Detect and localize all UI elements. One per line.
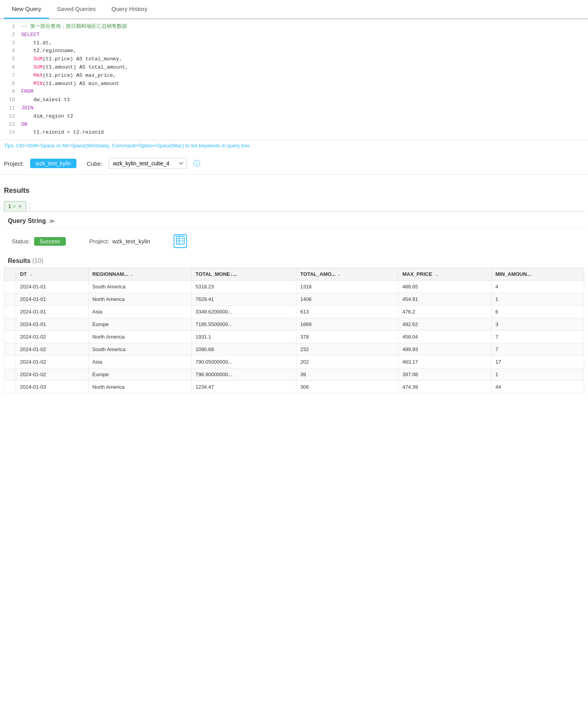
col-header-row-num: [4, 268, 16, 281]
status-label: Status:: [12, 238, 30, 245]
cell-max-price: 397.08: [398, 368, 491, 381]
col-header-total-amount[interactable]: TOTAL_AMO...⌄: [296, 268, 398, 281]
cell-regionname: South America: [88, 281, 191, 293]
table-row: 2024-01-01 Asia 3349.6200000... 613 476.…: [4, 306, 584, 318]
cell-dt: 2024-01-03: [16, 381, 89, 393]
tab-saved-queries[interactable]: Saved Queries: [49, 0, 103, 19]
cell-total-money: 1931.1: [191, 331, 296, 343]
code-line-14: 14 t1.reionid = t2.reionid: [0, 129, 588, 137]
cell-total-amount: 306: [296, 381, 398, 393]
results-tabs: 1 ✓ ✕: [4, 199, 584, 212]
col-header-regionname[interactable]: REGIONNAM...⌄: [88, 268, 191, 281]
tab-bar: New Query Saved Queries Query History: [0, 0, 588, 19]
cell-dt: 2024-01-01: [16, 281, 89, 293]
cell-dt: 2024-01-01: [16, 306, 89, 318]
collapse-icon[interactable]: ≫: [49, 218, 55, 224]
cell-max-price: 499.93: [398, 343, 491, 356]
cell-regionname: Europe: [88, 368, 191, 381]
code-line-1: 1 -- 第一部分查询：按日期和地区汇总销售数据: [0, 23, 588, 31]
code-line-6: 6 SUM(t1.amount) AS total_amount,: [0, 63, 588, 72]
table-row: 2024-01-02 South America 1090.68 232 499…: [4, 343, 584, 356]
cell-regionname: North America: [88, 331, 191, 343]
cell-regionname: North America: [88, 293, 191, 306]
cell-total-money: 5318.23: [191, 281, 296, 293]
results-title: Results: [4, 187, 584, 195]
results-section: Results 1 ✓ ✕ Query String ≫ Status: Suc…: [0, 187, 588, 393]
row-num-cell: [4, 343, 16, 356]
cell-min-amount: 3: [491, 318, 584, 331]
cell-min-amount: 17: [491, 356, 584, 368]
cube-select[interactable]: wzk_kylin_test_cube_4: [109, 158, 187, 169]
cell-min-amount: 44: [491, 381, 584, 393]
cell-max-price: 463.17: [398, 356, 491, 368]
cell-min-amount: 1: [491, 368, 584, 381]
data-table: DT ⌄ REGIONNAM...⌄ TOTAL_MONE↓... TOTAL_…: [4, 268, 584, 393]
table-row: 2024-01-01 South America 5318.23 1318 48…: [4, 281, 584, 293]
row-num-cell: [4, 281, 16, 293]
code-line-8: 8 MIN(t1.amount) AS min_amount: [0, 80, 588, 88]
info-icon[interactable]: ⓘ: [193, 159, 200, 168]
cell-total-amount: 1406: [296, 293, 398, 306]
project-result-value: wzk_test_kylin: [112, 238, 150, 245]
code-line-11: 11 JOIN: [0, 104, 588, 112]
cell-max-price: 474.39: [398, 381, 491, 393]
table-row: 2024-01-02 North America 1931.1 378 458.…: [4, 331, 584, 343]
cell-total-money: 1234.47: [191, 381, 296, 393]
code-line-2: 2 SELECT: [0, 31, 588, 39]
table-row: 2024-01-02 Europe 796.90000000... 39 397…: [4, 368, 584, 381]
tabs-container: New Query Saved Queries Query History: [0, 0, 588, 20]
cell-dt: 2024-01-02: [16, 331, 89, 343]
result-tab-num: 1: [8, 203, 11, 209]
code-line-13: 13 ON: [0, 121, 588, 129]
row-num-cell: [4, 331, 16, 343]
cell-max-price: 458.04: [398, 331, 491, 343]
project-info-group: Project: wzk_test_kylin: [89, 238, 151, 245]
cell-regionname: Europe: [88, 318, 191, 331]
cube-label: Cube:: [87, 160, 102, 167]
col-header-min-amount[interactable]: MIN_AMOUN...: [491, 268, 584, 281]
close-tab-icon[interactable]: ✕: [18, 204, 22, 209]
project-value-badge: wzk_test_kylin: [30, 159, 76, 168]
cell-dt: 2024-01-01: [16, 318, 89, 331]
query-string-bar: Query String ≫: [4, 212, 584, 229]
check-icon: ✓: [13, 204, 16, 209]
cell-min-amount: 1: [491, 293, 584, 306]
cell-regionname: South America: [88, 343, 191, 356]
query-string-title: Query String: [8, 217, 46, 225]
code-line-3: 3 t1.dt,: [0, 39, 588, 47]
table-row: 2024-01-02 Asia 790.05000000... 202 463.…: [4, 356, 584, 368]
status-row: Status: Success Project: wzk_test_kylin: [4, 229, 584, 254]
cell-total-money: 796.90000000...: [191, 368, 296, 381]
cell-min-amount: 7: [491, 343, 584, 356]
code-line-4: 4 t2.regionname,: [0, 47, 588, 55]
cell-total-amount: 1318: [296, 281, 398, 293]
cell-dt: 2024-01-02: [16, 343, 89, 356]
row-num-cell: [4, 306, 16, 318]
code-editor[interactable]: 1 -- 第一部分查询：按日期和地区汇总销售数据 2 SELECT 3 t1.d…: [0, 20, 588, 140]
cell-min-amount: 7: [491, 331, 584, 343]
cell-dt: 2024-01-02: [16, 356, 89, 368]
code-line-7: 7 MAX(t1.price) AS max_price,: [0, 72, 588, 80]
cell-min-amount: 4: [491, 281, 584, 293]
result-tab-1[interactable]: 1 ✓ ✕: [4, 201, 26, 211]
col-header-total-money[interactable]: TOTAL_MONE↓...: [191, 268, 296, 281]
results-count-label: Results (10): [4, 254, 584, 268]
tab-new-query[interactable]: New Query: [4, 0, 49, 19]
cell-total-amount: 1669: [296, 318, 398, 331]
col-header-dt[interactable]: DT ⌄: [16, 268, 89, 281]
cell-total-amount: 378: [296, 331, 398, 343]
col-header-max-price[interactable]: MAX_PRICE ⌄: [398, 268, 491, 281]
status-group: Status: Success: [12, 237, 66, 246]
cell-total-amount: 39: [296, 368, 398, 381]
cell-total-money: 7629.41: [191, 293, 296, 306]
svg-rect-0: [176, 236, 184, 244]
cell-max-price: 476.2: [398, 306, 491, 318]
tab-query-history[interactable]: Query History: [103, 0, 155, 19]
table-view-icon[interactable]: [174, 234, 187, 248]
row-num-cell: [4, 368, 16, 381]
code-line-9: 9 FROM: [0, 88, 588, 96]
cell-max-price: 454.91: [398, 293, 491, 306]
results-count-num: (10): [32, 257, 43, 264]
table-row: 2024-01-01 Europe 7185.5500000... 1669 4…: [4, 318, 584, 331]
cell-dt: 2024-01-02: [16, 368, 89, 381]
